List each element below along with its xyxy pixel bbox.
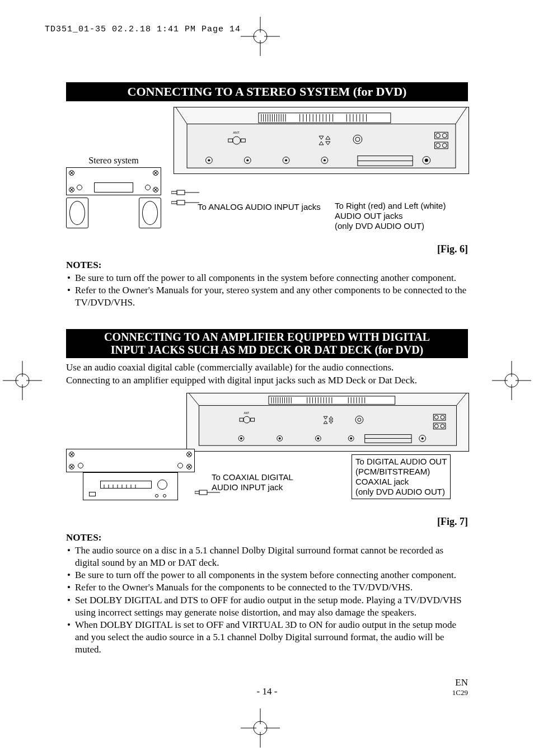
lang-code: EN xyxy=(455,677,468,688)
audio-out-caption: To Right (red) and Left (white) AUDIO OU… xyxy=(335,201,446,231)
svg-point-129 xyxy=(350,438,352,440)
section-header-amplifier-l2: INPUT JACKS SUCH AS MD DECK OR DAT DECK … xyxy=(111,344,424,356)
language-label: EN 1C29 xyxy=(452,677,468,697)
notes-list-2: The audio source on a disc in a 5.1 chan… xyxy=(66,544,468,656)
svg-point-67 xyxy=(324,159,326,161)
svg-rect-79 xyxy=(177,190,185,195)
svg-rect-23 xyxy=(259,113,391,123)
note-item: Set DOLBY DIGITAL and DTS to OFF for aud… xyxy=(66,594,468,619)
svg-line-21 xyxy=(456,107,467,124)
svg-point-63 xyxy=(246,159,249,161)
digital-out-caption: To DIGITAL AUDIO OUT (PCM/BITSTREAM) COA… xyxy=(352,454,451,499)
coax-caption-l2: AUDIO INPUT jack xyxy=(212,482,283,492)
svg-point-125 xyxy=(279,438,281,440)
analog-input-caption: To ANALOG AUDIO INPUT jacks xyxy=(198,202,321,212)
audio-out-l1: To Right (red) and Left (white) xyxy=(335,201,446,210)
dvd-rear-panel-2: ANT. xyxy=(186,393,469,452)
svg-rect-149 xyxy=(195,491,199,494)
stereo-system-label: Stereo system xyxy=(88,156,138,166)
section2-intro: Use an audio coaxial digital cable (comm… xyxy=(66,361,468,387)
audio-out-l3: (only DVD AUDIO OUT) xyxy=(335,221,424,231)
digital-out-l3: COAXIAL jack xyxy=(355,477,409,486)
note-item: Refer to the Owner's Manuals for the com… xyxy=(66,581,468,594)
svg-line-85 xyxy=(189,393,199,406)
svg-point-71 xyxy=(425,158,428,162)
svg-text:ANT.: ANT. xyxy=(233,131,240,134)
figure-6-label: [Fig. 6] xyxy=(66,243,468,255)
print-header-line: TD351_01-35 02.2.18 1:41 PM Page 14 xyxy=(45,25,241,34)
note-item: Be sure to turn off the power to all com… xyxy=(66,272,468,284)
figure-7: ANT. xyxy=(66,393,468,528)
svg-point-127 xyxy=(317,438,319,440)
note-item: Refer to the Owner's Manuals for your, s… xyxy=(66,284,468,309)
svg-point-65 xyxy=(285,159,287,161)
coax-input-caption: To COAXIAL DIGITAL AUDIO INPUT jack xyxy=(212,472,293,492)
note-item: When DOLBY DIGITAL is set to OFF and VIR… xyxy=(66,619,468,656)
section-header-amplifier: CONNECTING TO AN AMPLIFIER EQUIPPED WITH… xyxy=(66,329,468,358)
digital-out-l4: (only DVD AUDIO OUT) xyxy=(355,487,445,496)
stereo-system-top: Stereo system xyxy=(66,167,161,195)
svg-line-20 xyxy=(176,107,187,124)
coax-caption-l1: To COAXIAL DIGITAL xyxy=(212,472,293,482)
notes-title-2: NOTES: xyxy=(66,532,468,543)
crop-mark-top xyxy=(241,17,280,56)
svg-point-61 xyxy=(208,159,210,161)
figure-6: Stereo system xyxy=(66,107,468,255)
svg-rect-148 xyxy=(199,490,207,495)
svg-point-133 xyxy=(421,438,424,440)
audio-out-l2: AUDIO OUT jacks xyxy=(335,211,402,220)
svg-rect-83 xyxy=(171,201,177,204)
doc-code: 1C29 xyxy=(452,688,468,697)
section2-intro-l1: Use an audio coaxial digital cable (comm… xyxy=(66,362,394,373)
stereo-speaker-right xyxy=(139,198,161,228)
deck-top xyxy=(66,449,195,472)
svg-rect-87 xyxy=(199,406,456,446)
section2-intro-l2: Connecting to an amplifier equipped with… xyxy=(66,375,417,386)
svg-line-86 xyxy=(457,393,467,406)
stereo-speaker-left xyxy=(66,198,88,228)
svg-text:ANT.: ANT. xyxy=(244,412,250,415)
note-item: The audio source on a disc in a 5.1 chan… xyxy=(66,544,468,569)
svg-point-123 xyxy=(240,438,242,440)
note-item: Be sure to turn off the power to all com… xyxy=(66,569,468,581)
section-header-amplifier-l1: CONNECTING TO AN AMPLIFIER EQUIPPED WITH… xyxy=(104,331,430,343)
crop-mark-left xyxy=(3,361,42,400)
crop-mark-bottom xyxy=(241,708,280,748)
deck-bottom xyxy=(83,472,178,500)
notes-list-1: Be sure to turn off the power to all com… xyxy=(66,272,468,309)
section-header-stereo: CONNECTING TO A STEREO SYSTEM (for DVD) xyxy=(66,82,468,101)
svg-rect-80 xyxy=(171,191,177,194)
notes-title-1: NOTES: xyxy=(66,260,468,271)
crop-mark-right xyxy=(492,361,531,400)
digital-out-l2: (PCM/BITSTREAM) xyxy=(355,467,430,476)
svg-rect-82 xyxy=(177,200,185,205)
figure-7-label: [Fig. 7] xyxy=(66,516,468,528)
dvd-rear-panel: ANT. xyxy=(174,107,469,174)
digital-out-l1: To DIGITAL AUDIO OUT xyxy=(355,457,447,466)
